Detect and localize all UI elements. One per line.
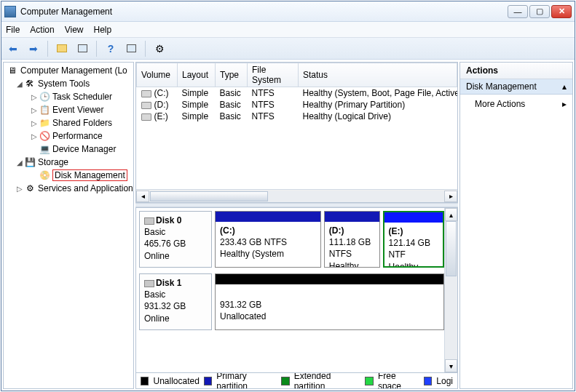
tree-label: System Tools [38, 79, 90, 89]
actions-pane: Actions Disk Management ▴ More Actions ▸ [459, 62, 573, 389]
up-button[interactable] [53, 40, 71, 57]
tree-root[interactable]: 🖥 Computer Management (Lo [4, 64, 133, 77]
scroll-thumb[interactable] [150, 191, 268, 201]
tree-storage[interactable]: ◢ 💾 Storage [4, 156, 133, 169]
expand-icon[interactable]: ▷ [15, 185, 24, 193]
disk-map: Disk 0 Basic 465.76 GB Online (C:) 233.4… [135, 207, 458, 373]
computer-management-window: Computer Management — ▢ ✕ File Action Vi… [1, 1, 575, 391]
view-button[interactable] [122, 40, 140, 57]
drive-icon [141, 113, 151, 121]
legend: Unallocated Primary partition Extended p… [135, 373, 458, 389]
drive-icon [141, 102, 151, 109]
partition-e[interactable]: (E:) 121.14 GB NTF Healthy (Logic [383, 211, 444, 268]
volume-row[interactable]: (C:) Simple Basic NTFS Healthy (System, … [137, 87, 457, 100]
menubar: File Action View Help [1, 22, 575, 38]
close-button[interactable]: ✕ [551, 5, 572, 18]
tree-label: Storage [38, 157, 68, 167]
partition-c[interactable]: (C:) 233.43 GB NTFS Healthy (System [215, 211, 321, 268]
tree-label-selected: Disk Management [52, 169, 127, 181]
performance-icon: 🚫 [39, 130, 50, 142]
disk-icon [144, 280, 154, 287]
disk-row[interactable]: Disk 0 Basic 465.76 GB Online (C:) 233.4… [139, 211, 444, 268]
computer-icon: 🖥 [7, 65, 18, 76]
scroll-right-icon[interactable]: ▸ [444, 191, 457, 202]
volume-list-hscroll[interactable]: ◂ ▸ [136, 189, 457, 202]
tree-device-manager[interactable]: 💻 Device Manager [4, 143, 133, 156]
expand-icon[interactable]: ▷ [30, 119, 39, 127]
menu-help[interactable]: Help [94, 25, 112, 35]
show-hide-tree-button[interactable] [74, 40, 91, 57]
disk-map-vscroll[interactable]: ▴ ▾ [444, 208, 457, 372]
legend-swatch-primary [204, 377, 212, 385]
tree-label: Performance [52, 131, 103, 141]
scroll-down-icon[interactable]: ▾ [445, 359, 457, 372]
volume-row[interactable]: (E:) Simple Basic NTFS Healthy (Logical … [137, 111, 457, 122]
actions-header: Actions [460, 63, 572, 79]
legend-swatch-unallocated [141, 377, 149, 385]
disk-icon: 📀 [39, 169, 50, 181]
partition-d[interactable]: (D:) 111.18 GB NTFS Healthy (Prima [324, 211, 380, 268]
disk-label-block[interactable]: Disk 0 Basic 465.76 GB Online [139, 211, 212, 268]
tree-disk-management[interactable]: 📀 Disk Management [4, 169, 133, 182]
tree-services[interactable]: ▷ ⚙ Services and Application [4, 182, 133, 195]
disk-icon [144, 217, 154, 225]
storage-icon: 💾 [24, 156, 36, 168]
main-content: Volume Layout Type File System Status (C… [135, 62, 458, 389]
tree-label: Shared Folders [52, 118, 112, 128]
disk-row[interactable]: Disk 1 Basic 931.32 GB Online 931.32 GB … [139, 273, 444, 330]
menu-action[interactable]: Action [30, 25, 54, 35]
shared-folder-icon: 📁 [39, 117, 50, 129]
tree-shared-folders[interactable]: ▷ 📁 Shared Folders [4, 116, 133, 129]
event-icon: 📋 [39, 104, 50, 116]
settings-button[interactable]: ⚙ [151, 40, 168, 57]
clock-icon: 🕒 [39, 91, 50, 103]
expand-icon[interactable]: ▷ [30, 106, 39, 114]
tree-label: Event Viewer [52, 105, 103, 115]
menu-view[interactable]: View [65, 25, 84, 35]
toolbar: ⬅ ➡ ? ⚙ [1, 38, 575, 60]
actions-more[interactable]: More Actions ▸ [460, 95, 572, 113]
navigation-tree[interactable]: 🖥 Computer Management (Lo ◢ 🛠 System Too… [3, 62, 134, 389]
legend-swatch-free [365, 377, 373, 385]
collapse-icon[interactable]: ◢ [15, 159, 24, 167]
titlebar[interactable]: Computer Management — ▢ ✕ [1, 1, 575, 22]
scroll-up-icon[interactable]: ▴ [445, 208, 457, 221]
actions-section[interactable]: Disk Management ▴ [460, 79, 572, 95]
tree-label: Device Manager [52, 144, 116, 154]
col-type[interactable]: Type [216, 63, 248, 87]
scroll-left-icon[interactable]: ◂ [136, 191, 149, 202]
legend-swatch-logical [424, 377, 432, 385]
col-status[interactable]: Status [299, 63, 457, 87]
minimize-button[interactable]: — [508, 5, 528, 18]
maximize-button[interactable]: ▢ [529, 5, 550, 18]
partition-unallocated[interactable]: 931.32 GB Unallocated [215, 273, 444, 330]
drive-icon [141, 90, 151, 97]
collapse-icon[interactable]: ▴ [562, 81, 567, 92]
tree-performance[interactable]: ▷ 🚫 Performance [4, 129, 133, 143]
menu-file[interactable]: File [6, 25, 20, 35]
chevron-right-icon: ▸ [562, 99, 567, 109]
help-button[interactable]: ? [102, 40, 119, 57]
window-title: Computer Management [20, 7, 508, 17]
volume-list[interactable]: Volume Layout Type File System Status (C… [135, 62, 458, 203]
collapse-icon[interactable]: ◢ [15, 80, 24, 88]
expand-icon[interactable]: ▷ [30, 132, 39, 140]
scroll-thumb[interactable] [446, 221, 457, 276]
col-fs[interactable]: File System [248, 63, 299, 87]
tree-label: Computer Management (Lo [20, 65, 127, 76]
col-layout[interactable]: Layout [178, 63, 216, 87]
tree-label: Task Scheduler [52, 92, 112, 102]
tree-system-tools[interactable]: ◢ 🛠 System Tools [4, 77, 133, 90]
disk-label-block[interactable]: Disk 1 Basic 931.32 GB Online [139, 273, 212, 330]
forward-button[interactable]: ➡ [25, 40, 42, 57]
legend-swatch-extended [281, 377, 289, 385]
tools-icon: 🛠 [24, 78, 36, 89]
device-icon: 💻 [39, 143, 50, 155]
tree-event-viewer[interactable]: ▷ 📋 Event Viewer [4, 103, 133, 116]
col-volume[interactable]: Volume [137, 63, 178, 87]
expand-icon[interactable]: ▷ [30, 93, 39, 101]
tree-task-scheduler[interactable]: ▷ 🕒 Task Scheduler [4, 90, 133, 103]
services-icon: ⚙ [24, 183, 36, 194]
volume-row[interactable]: (D:) Simple Basic NTFS Healthy (Primary … [137, 99, 457, 111]
back-button[interactable]: ⬅ [4, 40, 22, 57]
